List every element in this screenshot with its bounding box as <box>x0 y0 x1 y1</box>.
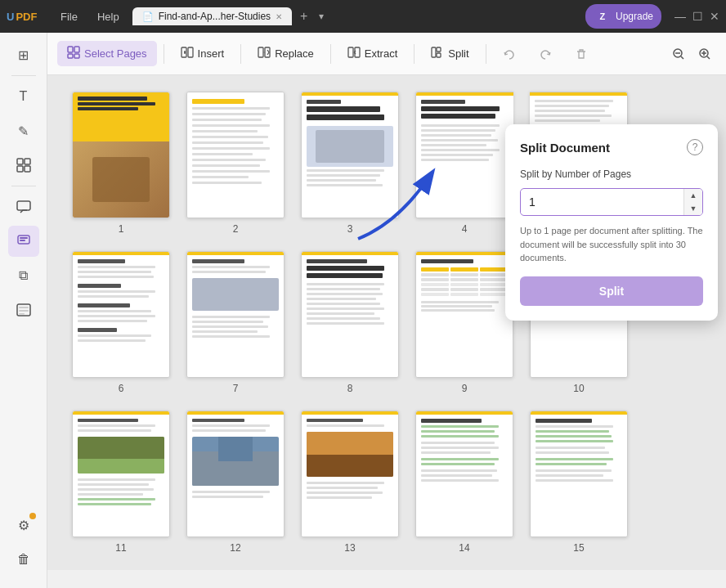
rotate-left-button[interactable] <box>493 43 526 65</box>
page-number: 6 <box>119 383 124 394</box>
select-pages-icon <box>67 46 80 61</box>
new-tab-button[interactable]: + <box>295 7 312 25</box>
svg-line-33 <box>707 56 710 59</box>
form-icon[interactable] <box>8 294 39 325</box>
page-number: 4 <box>462 223 468 235</box>
help-icon[interactable]: ? <box>687 139 703 155</box>
page-item[interactable]: 8 <box>301 251 399 394</box>
increment-button[interactable]: ▲ <box>684 189 702 202</box>
minimize-button[interactable]: — <box>674 10 686 23</box>
replace-icon <box>258 46 271 61</box>
split-icon <box>431 46 444 61</box>
page-number: 14 <box>459 542 469 554</box>
replace-button[interactable]: Replace <box>248 41 324 66</box>
close-button[interactable]: ✕ <box>710 10 719 23</box>
page-item[interactable]: 12 <box>186 411 285 554</box>
split-popup-title: Split Document <box>520 141 610 155</box>
split-confirm-button[interactable]: Split <box>520 276 703 306</box>
page-item[interactable]: 13 <box>301 411 399 554</box>
page-item[interactable]: 6 <box>72 251 170 394</box>
toolbar-separator-4 <box>414 44 415 64</box>
page-item[interactable]: 3 <box>301 92 399 235</box>
page-thumbnail <box>301 411 399 537</box>
svg-rect-12 <box>68 47 73 52</box>
tab-close-button[interactable]: ✕ <box>276 12 282 21</box>
page-item[interactable]: 4 <box>415 92 513 235</box>
trash-sidebar-icon[interactable]: 🗑 <box>8 544 39 575</box>
toolbar-separator-3 <box>330 44 331 64</box>
decrement-button[interactable]: ▼ <box>684 202 702 215</box>
page-item[interactable]: 2 <box>186 92 285 235</box>
split-popup-header: Split Document ? <box>520 139 703 155</box>
svg-rect-0 <box>17 159 23 164</box>
svg-rect-26 <box>437 53 441 57</box>
page-thumbnail <box>72 251 170 378</box>
page-thumbnail <box>72 92 170 218</box>
svg-rect-20 <box>258 47 263 57</box>
title-right: Z Upgrade — ☐ ✕ <box>585 4 719 29</box>
page-thumbnail <box>301 251 399 378</box>
split-pages-input[interactable] <box>521 191 683 213</box>
edit-icon[interactable]: ✎ <box>8 115 39 146</box>
user-avatar: Z <box>594 7 612 25</box>
svg-rect-17 <box>188 47 193 57</box>
svg-rect-2 <box>17 166 23 172</box>
text-tool-icon[interactable]: T <box>8 81 39 112</box>
title-bar: UPDF File Help 📄 Find-and-Ap...her-Studi… <box>0 0 726 33</box>
page-item[interactable]: 1 <box>72 92 170 235</box>
left-sidebar: ⊞ T ✎ ⧉ <box>0 33 47 588</box>
maximize-button[interactable]: ☐ <box>692 10 703 23</box>
tabs-dropdown-button[interactable]: ▾ <box>319 11 324 22</box>
page-thumbnail <box>301 92 399 218</box>
stamp-icon[interactable] <box>8 226 39 257</box>
delete-pages-button[interactable] <box>565 43 598 65</box>
page-item[interactable]: 9 <box>415 251 513 394</box>
upgrade-button[interactable]: Z Upgrade <box>585 4 661 29</box>
page-item[interactable]: 7 <box>186 251 285 394</box>
sidebar-divider-1 <box>11 75 36 76</box>
extract-button[interactable]: Extract <box>338 41 407 66</box>
page-thumbnail <box>415 411 513 537</box>
select-pages-button[interactable]: Select Pages <box>57 41 157 66</box>
insert-button[interactable]: Insert <box>171 41 235 66</box>
zoom-in-button[interactable] <box>693 43 716 65</box>
page-item[interactable]: 15 <box>530 411 628 554</box>
page-number: 3 <box>347 223 353 235</box>
settings-icon[interactable]: ⚙ <box>8 509 39 541</box>
split-spinner: ▲ ▼ <box>683 189 702 215</box>
layers-icon[interactable]: ⧉ <box>8 260 39 291</box>
thumbnail-view-icon[interactable]: ⊞ <box>8 39 39 70</box>
split-description: Up to 1 page per document after splittin… <box>520 224 703 265</box>
svg-rect-22 <box>348 47 353 57</box>
page-number: 13 <box>344 542 355 554</box>
page-item[interactable]: 14 <box>415 411 513 554</box>
active-tab[interactable]: 📄 Find-and-Ap...her-Studies ✕ <box>132 7 292 25</box>
svg-rect-9 <box>19 307 29 308</box>
page-number: 12 <box>230 542 240 554</box>
content-area: Select Pages Insert <box>47 33 726 588</box>
app-logo: UPDF <box>7 11 47 23</box>
svg-rect-14 <box>68 54 73 58</box>
zoom-out-button[interactable] <box>667 43 690 65</box>
svg-line-29 <box>681 56 683 59</box>
split-popup: Split Document ? Split by Number of Page… <box>505 124 718 321</box>
rotate-right-button[interactable] <box>529 43 562 65</box>
svg-rect-25 <box>437 47 441 52</box>
toolbar-separator-1 <box>164 44 164 64</box>
file-menu[interactable]: File <box>54 9 84 25</box>
help-menu[interactable]: Help <box>91 9 126 25</box>
comment-icon[interactable] <box>8 191 39 222</box>
page-number: 11 <box>115 542 126 554</box>
tab-bar: 📄 Find-and-Ap...her-Studies ✕ + ▾ <box>132 7 579 25</box>
page-item[interactable]: 11 <box>72 411 170 554</box>
tab-title: Find-and-Ap...her-Studies <box>159 11 271 22</box>
svg-rect-13 <box>74 47 79 52</box>
page-number: 9 <box>462 383 468 394</box>
split-input-row: ▲ ▼ <box>520 188 703 216</box>
window-controls: — ☐ ✕ <box>674 10 719 23</box>
split-button[interactable]: Split <box>421 41 478 66</box>
toolbar-separator-5 <box>486 44 486 64</box>
organize-icon[interactable] <box>8 150 39 181</box>
svg-rect-1 <box>25 159 30 164</box>
toolbar-separator-2 <box>240 44 241 64</box>
